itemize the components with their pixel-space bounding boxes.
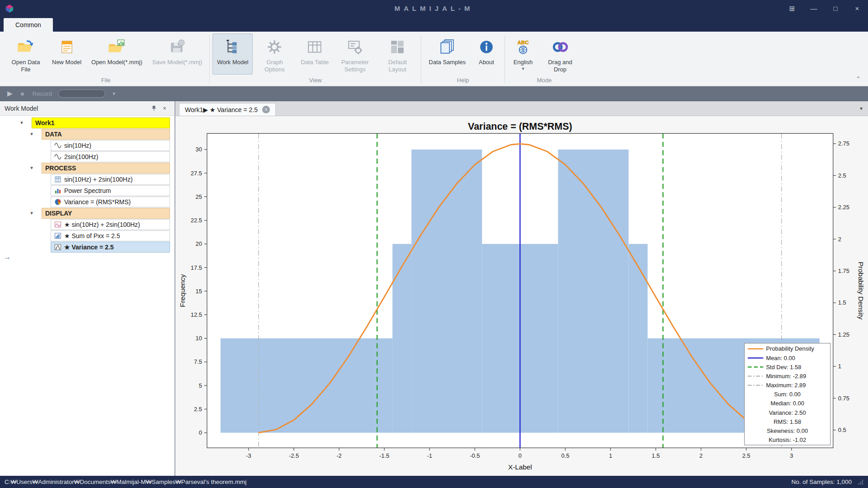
data-samples-button[interactable]: Data Samples [424, 33, 470, 75]
tree-row-sum-signal[interactable]: sin(10Hz) + 2sin(100Hz) [0, 174, 175, 185]
tree-item-label: Work1 [35, 119, 55, 127]
tab-list-caret-icon[interactable]: ▾ [860, 105, 863, 112]
resize-grip-icon[interactable] [858, 479, 863, 485]
svg-text:15: 15 [196, 288, 202, 295]
tree-item-label: DATA [45, 131, 62, 138]
button-label: Default Layout [381, 59, 414, 73]
graph-options-button[interactable]: Graph Options [254, 33, 295, 75]
application-window: MALMIJAL-M ⊞ — □ × Common [0, 0, 868, 488]
ribbon-group-mode: ABC English ▾ Drag a [506, 33, 582, 86]
line-plot-icon [54, 221, 61, 228]
samples-count: No. of Samples: 1,000 [791, 479, 852, 485]
button-label: Graph Options [258, 59, 291, 73]
svg-text:1: 1 [609, 452, 612, 459]
tree-row-display[interactable]: ▾ DISPLAY [0, 207, 175, 219]
save-model-button[interactable]: Save Model(*.mmj) [148, 33, 207, 75]
group-label-view: View [212, 75, 419, 86]
sine-wave-icon [54, 142, 61, 149]
tree-row-display-variance[interactable]: ★ Variance = 2.5 [0, 241, 175, 253]
button-label: Work Model [217, 59, 248, 66]
open-data-file-button[interactable]: Open Data File [5, 33, 47, 75]
record-toolbar: ▶ ■ Record ▾ [0, 86, 868, 101]
svg-text:2.25: 2.25 [838, 204, 849, 211]
svg-text:-2.5: -2.5 [289, 452, 299, 459]
close-icon[interactable]: × [846, 0, 868, 17]
svg-text:1.5: 1.5 [652, 452, 660, 459]
svg-text:30: 30 [196, 146, 202, 153]
parameter-settings-button[interactable]: Parameter Settings [334, 33, 376, 75]
x-axis-label: X-Label [508, 463, 532, 471]
tree-row-display-signal[interactable]: ★ sin(10Hz) + 2sin(100Hz) [0, 219, 175, 230]
chevron-down-icon[interactable]: ▾ [28, 210, 35, 216]
tree-row-process[interactable]: ▾ PROCESS [0, 162, 175, 174]
collapse-ribbon-icon[interactable]: ⌃ [856, 75, 861, 82]
tree-row-data[interactable]: ▾ DATA [0, 128, 175, 140]
button-label: Data Table [301, 59, 329, 66]
pin-icon[interactable] [148, 103, 159, 113]
window-controls: ⊞ — □ × [781, 0, 868, 17]
tree-row-work1[interactable]: ▾ Work1 [0, 117, 175, 128]
y-right-axis-label: Probability Density [857, 262, 865, 319]
work-model-button[interactable]: Work Model [212, 33, 253, 75]
tree-item-label: Power Spectrum [64, 187, 111, 194]
tab-common[interactable]: Common [4, 18, 53, 32]
caret-down-icon[interactable]: ▾ [522, 66, 524, 71]
app-logo-icon [5, 4, 14, 14]
tree-row-power-spectrum[interactable]: Power Spectrum [0, 185, 175, 196]
tab-work1-variance[interactable]: Work1▶ ★ Variance = 2.5 × [179, 103, 276, 116]
tree-item-label: sin(10Hz) [64, 142, 91, 149]
about-button[interactable]: About [471, 33, 502, 75]
chevron-down-icon[interactable]: ▾ [28, 165, 35, 171]
language-english-button[interactable]: ABC English ▾ [508, 33, 538, 75]
histogram-icon [54, 232, 61, 239]
new-document-icon [59, 36, 75, 58]
button-label: Data Samples [429, 59, 466, 66]
variance-chart: Variance = (RMS*RMS)-3-2.5-2-1.5-1-0.500… [175, 116, 868, 476]
tab-label: Work1▶ ★ Variance = 2.5 [185, 106, 258, 113]
svg-text:2.5: 2.5 [194, 406, 202, 413]
tree-item-label: sin(10Hz) + 2sin(100Hz) [64, 176, 132, 183]
svg-text:12.5: 12.5 [191, 311, 202, 318]
svg-text:2.5: 2.5 [742, 452, 750, 459]
tree-row-2sin100hz[interactable]: 2sin(100Hz) [0, 151, 175, 162]
svg-text:2: 2 [699, 452, 703, 459]
expand-window-icon[interactable]: ⊞ [781, 0, 803, 17]
pie-chart-icon [54, 198, 61, 206]
ribbon-group-view: Work Model [211, 33, 420, 86]
chevron-down-icon[interactable]: ▾ [28, 131, 35, 137]
tree-row-variance-process[interactable]: Variance = (RMS*RMS) [0, 196, 175, 207]
stop-icon[interactable]: ■ [21, 90, 24, 97]
play-icon[interactable]: ▶ [7, 89, 13, 98]
close-panel-icon[interactable]: × [159, 103, 170, 113]
svg-text:3: 3 [790, 452, 793, 459]
new-model-button[interactable]: New Model [47, 33, 86, 75]
drag-and-drop-button[interactable]: Drag and Drop [539, 33, 581, 75]
record-progress-bar[interactable] [58, 89, 105, 98]
svg-text:1.25: 1.25 [838, 331, 849, 338]
caret-down-icon[interactable]: ▾ [113, 90, 115, 97]
legend-entry: Probability Density [766, 345, 814, 352]
svg-text:5: 5 [199, 382, 202, 389]
tree-row-sin10hz[interactable]: sin(10Hz) [0, 140, 175, 151]
chevron-down-icon[interactable]: ▾ [18, 120, 25, 126]
tree-item-label: ★ Sum of Pxx = 2.5 [64, 232, 120, 239]
tree-row-display-sum-pxx[interactable]: ★ Sum of Pxx = 2.5 [0, 230, 175, 241]
svg-text:0: 0 [199, 429, 202, 436]
minimize-icon[interactable]: — [803, 0, 825, 17]
maximize-icon[interactable]: □ [825, 0, 846, 17]
open-folder-icon [17, 36, 35, 58]
histogram-bar [558, 150, 628, 433]
file-path: C:₩Users₩Administrator₩Documents₩Malmija… [5, 479, 791, 485]
tab-close-icon[interactable]: × [262, 106, 270, 113]
chart-title: Variance = (RMS*RMS) [468, 121, 572, 132]
ribbon-separator [421, 35, 421, 83]
abc-globe-icon: ABC [514, 36, 532, 58]
svg-text:7.5: 7.5 [194, 358, 202, 365]
open-model-button[interactable]: Open Model(*.mmj) [87, 33, 147, 75]
data-table-button[interactable]: Data Table [296, 33, 333, 75]
svg-text:2.5: 2.5 [838, 172, 846, 179]
chart-area: Variance = (RMS*RMS)-3-2.5-2-1.5-1-0.500… [175, 116, 868, 476]
default-layout-button[interactable]: Default Layout [377, 33, 418, 75]
button-label: About [479, 59, 494, 66]
bar-chart-icon [54, 187, 61, 194]
